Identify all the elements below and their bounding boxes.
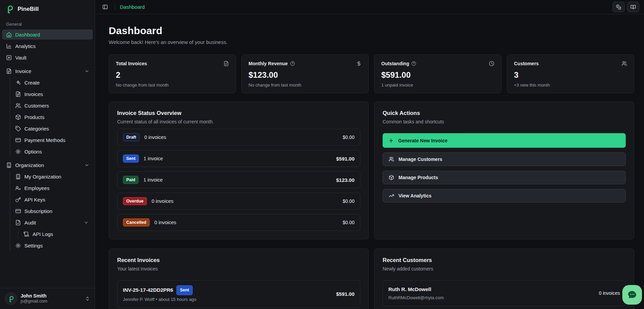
- file-check-icon: [15, 220, 21, 225]
- status-count: 0 invoices: [144, 135, 166, 140]
- card-title: Invoice Status Overview: [117, 110, 360, 116]
- status-amount: $591.00: [336, 156, 355, 162]
- status-row-cancelled: Cancelled 0 invoices $0.00: [117, 214, 360, 231]
- chevrons-up-down-icon: [85, 296, 90, 301]
- stat-label: Customers: [514, 61, 539, 66]
- generate-new-invoice-button[interactable]: Generate New Invoice: [383, 133, 626, 148]
- customer-list-item[interactable]: Ruth R. McDowell RuthRMcDowell@rhyta.com…: [383, 280, 626, 306]
- invoice-meta: Jennifer P. Wolff • about 15 hours ago: [123, 296, 196, 303]
- gear-icon: [15, 149, 21, 154]
- chat-fab-button[interactable]: [622, 285, 642, 305]
- sidebar-item-invoice[interactable]: Invoice: [2, 66, 93, 76]
- sidebar-item-label: API Keys: [24, 197, 45, 203]
- vault-icon: [6, 55, 12, 61]
- stat-value: 3: [514, 70, 627, 80]
- stat-note: +3 new this month: [514, 82, 627, 88]
- topbar: Dashboard: [95, 0, 644, 14]
- organization-submenu: My Organization Employees API Keys Subsc…: [10, 171, 95, 251]
- stat-value: 2: [116, 70, 229, 80]
- manage-products-button[interactable]: Manage Products: [383, 171, 626, 184]
- package-icon: [389, 175, 394, 180]
- sidebar-toggle-button[interactable]: [100, 2, 110, 12]
- credit-card-icon: [15, 208, 21, 214]
- key-icon: [15, 197, 21, 203]
- user-name: John Smith: [21, 293, 47, 299]
- sidebar-item-label: Invoice: [15, 68, 31, 74]
- chevron-down-icon: [84, 69, 89, 74]
- invoice-info: INV-25-17-42DD2PR6 Sent Jennifer P. Wolf…: [123, 285, 196, 303]
- invoice-amount: $591.00: [336, 291, 355, 297]
- building-icon: [15, 174, 21, 180]
- manage-customers-button[interactable]: Manage Customers: [383, 152, 626, 166]
- users-icon: [389, 157, 394, 162]
- sidebar-item-label: Vault: [15, 55, 26, 61]
- sidebar-item-options[interactable]: Options: [10, 146, 92, 157]
- docs-button[interactable]: [627, 2, 639, 12]
- sidebar-item-label: Payment Methods: [24, 137, 65, 143]
- sidebar-item-label: Invoices: [24, 91, 43, 97]
- recent-customers-card: Recent Customers Newly added customers R…: [374, 248, 634, 309]
- invoice-list-item[interactable]: INV-25-17-42DD2PR6 Sent Jennifer P. Wolf…: [117, 280, 360, 308]
- page-title: Dashboard: [109, 25, 634, 37]
- sidebar-item-invoices[interactable]: Invoices: [10, 89, 92, 99]
- button-label: View Analytics: [399, 193, 431, 198]
- sidebar-item-settings[interactable]: Settings: [10, 240, 92, 251]
- currency-button[interactable]: [613, 2, 625, 12]
- button-label: Manage Customers: [399, 157, 442, 162]
- sidebar-item-dashboard[interactable]: Dashboard: [2, 29, 93, 40]
- sidebar-item-label: Dashboard: [15, 32, 40, 38]
- status-amount: $0.00: [343, 135, 355, 140]
- building-icon: [6, 162, 12, 168]
- sidebar-item-api-logs[interactable]: API Logs: [18, 229, 92, 239]
- sidebar-item-create[interactable]: Create: [10, 77, 92, 88]
- sidebar-item-api-keys[interactable]: API Keys: [10, 194, 92, 205]
- help-circle-icon[interactable]: [290, 61, 295, 66]
- invoice-icon: [15, 91, 21, 97]
- sidebar-item-payment-methods[interactable]: Payment Methods: [10, 135, 92, 145]
- customer-email: RuthRMcDowell@rhyta.com: [388, 294, 444, 301]
- quick-actions-card: Quick Actions Common tasks and shortcuts…: [374, 101, 634, 239]
- card-subtitle: Current status of all invoices of curren…: [117, 119, 360, 124]
- stat-note: No change from last month: [249, 82, 362, 88]
- stat-value: $123.00: [249, 70, 362, 80]
- status-badge: Draft: [123, 133, 139, 141]
- audit-submenu: API Logs: [18, 229, 95, 239]
- sidebar-item-my-organization[interactable]: My Organization: [10, 171, 92, 182]
- sidebar-item-subscription[interactable]: Subscription: [10, 206, 92, 216]
- sidebar-item-employees[interactable]: Employees: [10, 183, 92, 193]
- card-subtitle: Newly added customers: [383, 266, 626, 271]
- status-amount: $0.00: [343, 198, 355, 204]
- gear-icon: [15, 243, 21, 248]
- sidebar-item-organization[interactable]: Organization: [2, 160, 93, 170]
- sidebar-item-audit[interactable]: Audit: [10, 217, 92, 228]
- breadcrumb[interactable]: Dashboard: [120, 4, 145, 10]
- invoice-number: INV-25-17-42DD2PR6: [123, 286, 173, 294]
- status-badge: Overdue: [123, 197, 147, 205]
- sidebar: PineBill General Dashboard Analytics Vau…: [0, 0, 95, 309]
- sidebar-item-vault[interactable]: Vault: [2, 52, 93, 63]
- sidebar-item-categories[interactable]: Categories: [10, 123, 92, 134]
- sidebar-item-label: Settings: [24, 243, 43, 248]
- sparkles-icon: [15, 80, 21, 86]
- status-row-paid: Paid 1 invoice $123.00: [117, 171, 360, 188]
- status-row-draft: Draft 0 invoices $0.00: [117, 129, 360, 146]
- tag-icon: [15, 126, 21, 132]
- stat-label: Outstanding: [381, 61, 409, 66]
- sidebar-item-products[interactable]: Products: [10, 112, 92, 122]
- user-menu[interactable]: John Smith js@gmail.com: [0, 288, 95, 309]
- sidebar-item-label: Products: [24, 114, 44, 120]
- app-name: PineBill: [18, 6, 39, 13]
- pinebill-logo-icon: [5, 5, 14, 14]
- sidebar-item-analytics[interactable]: Analytics: [2, 41, 93, 51]
- users-icon: [15, 103, 21, 109]
- status-amount: $123.00: [336, 177, 355, 183]
- status-count: 1 invoice: [144, 156, 163, 161]
- topbar-divider: [115, 4, 115, 10]
- page-content: Dashboard Welcome back! Here's an overvi…: [95, 14, 644, 309]
- customer-name: Ruth R. McDowell: [388, 286, 431, 292]
- sidebar-item-label: Subscription: [24, 208, 52, 214]
- sidebar-item-customers[interactable]: Customers: [10, 100, 92, 111]
- help-circle-icon[interactable]: [411, 61, 416, 66]
- button-label: Manage Products: [399, 175, 438, 180]
- view-analytics-button[interactable]: View Analytics: [383, 189, 626, 203]
